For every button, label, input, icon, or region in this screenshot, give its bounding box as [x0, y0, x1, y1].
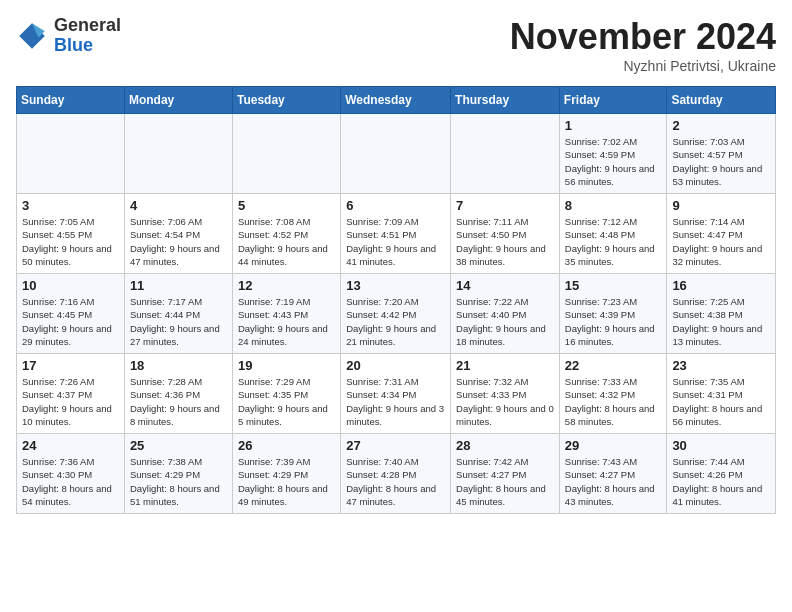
day-number: 27: [346, 438, 445, 453]
day-info: Sunrise: 7:39 AM Sunset: 4:29 PM Dayligh…: [238, 455, 335, 508]
day-info: Sunrise: 7:17 AM Sunset: 4:44 PM Dayligh…: [130, 295, 227, 348]
logo-icon: [16, 20, 48, 52]
calendar-cell: 9Sunrise: 7:14 AM Sunset: 4:47 PM Daylig…: [667, 194, 776, 274]
title-section: November 2024 Nyzhni Petrivtsi, Ukraine: [510, 16, 776, 74]
calendar-cell: [451, 114, 560, 194]
page-header: General Blue November 2024 Nyzhni Petriv…: [16, 16, 776, 74]
week-row-3: 10Sunrise: 7:16 AM Sunset: 4:45 PM Dayli…: [17, 274, 776, 354]
day-number: 28: [456, 438, 554, 453]
calendar-cell: [232, 114, 340, 194]
calendar-cell: 15Sunrise: 7:23 AM Sunset: 4:39 PM Dayli…: [559, 274, 667, 354]
calendar-cell: 28Sunrise: 7:42 AM Sunset: 4:27 PM Dayli…: [451, 434, 560, 514]
day-info: Sunrise: 7:38 AM Sunset: 4:29 PM Dayligh…: [130, 455, 227, 508]
calendar-cell: [124, 114, 232, 194]
day-number: 6: [346, 198, 445, 213]
calendar-cell: 12Sunrise: 7:19 AM Sunset: 4:43 PM Dayli…: [232, 274, 340, 354]
week-row-5: 24Sunrise: 7:36 AM Sunset: 4:30 PM Dayli…: [17, 434, 776, 514]
day-info: Sunrise: 7:29 AM Sunset: 4:35 PM Dayligh…: [238, 375, 335, 428]
day-info: Sunrise: 7:33 AM Sunset: 4:32 PM Dayligh…: [565, 375, 662, 428]
day-number: 10: [22, 278, 119, 293]
day-number: 21: [456, 358, 554, 373]
calendar-cell: 16Sunrise: 7:25 AM Sunset: 4:38 PM Dayli…: [667, 274, 776, 354]
calendar-cell: 7Sunrise: 7:11 AM Sunset: 4:50 PM Daylig…: [451, 194, 560, 274]
day-number: 7: [456, 198, 554, 213]
calendar-cell: 22Sunrise: 7:33 AM Sunset: 4:32 PM Dayli…: [559, 354, 667, 434]
day-info: Sunrise: 7:05 AM Sunset: 4:55 PM Dayligh…: [22, 215, 119, 268]
day-number: 24: [22, 438, 119, 453]
week-row-1: 1Sunrise: 7:02 AM Sunset: 4:59 PM Daylig…: [17, 114, 776, 194]
day-info: Sunrise: 7:42 AM Sunset: 4:27 PM Dayligh…: [456, 455, 554, 508]
day-info: Sunrise: 7:12 AM Sunset: 4:48 PM Dayligh…: [565, 215, 662, 268]
calendar-cell: 4Sunrise: 7:06 AM Sunset: 4:54 PM Daylig…: [124, 194, 232, 274]
weekday-header-wednesday: Wednesday: [341, 87, 451, 114]
day-info: Sunrise: 7:31 AM Sunset: 4:34 PM Dayligh…: [346, 375, 445, 428]
day-info: Sunrise: 7:36 AM Sunset: 4:30 PM Dayligh…: [22, 455, 119, 508]
day-info: Sunrise: 7:22 AM Sunset: 4:40 PM Dayligh…: [456, 295, 554, 348]
day-number: 5: [238, 198, 335, 213]
weekday-header-saturday: Saturday: [667, 87, 776, 114]
logo: General Blue: [16, 16, 121, 56]
calendar-cell: 29Sunrise: 7:43 AM Sunset: 4:27 PM Dayli…: [559, 434, 667, 514]
day-info: Sunrise: 7:35 AM Sunset: 4:31 PM Dayligh…: [672, 375, 770, 428]
day-number: 11: [130, 278, 227, 293]
calendar-cell: 1Sunrise: 7:02 AM Sunset: 4:59 PM Daylig…: [559, 114, 667, 194]
day-number: 18: [130, 358, 227, 373]
logo-text: General Blue: [54, 16, 121, 56]
calendar-cell: 26Sunrise: 7:39 AM Sunset: 4:29 PM Dayli…: [232, 434, 340, 514]
day-number: 14: [456, 278, 554, 293]
calendar-cell: 25Sunrise: 7:38 AM Sunset: 4:29 PM Dayli…: [124, 434, 232, 514]
day-number: 29: [565, 438, 662, 453]
day-number: 8: [565, 198, 662, 213]
weekday-header-tuesday: Tuesday: [232, 87, 340, 114]
day-info: Sunrise: 7:09 AM Sunset: 4:51 PM Dayligh…: [346, 215, 445, 268]
day-info: Sunrise: 7:20 AM Sunset: 4:42 PM Dayligh…: [346, 295, 445, 348]
day-number: 15: [565, 278, 662, 293]
calendar-cell: 2Sunrise: 7:03 AM Sunset: 4:57 PM Daylig…: [667, 114, 776, 194]
svg-marker-0: [19, 23, 45, 49]
day-info: Sunrise: 7:11 AM Sunset: 4:50 PM Dayligh…: [456, 215, 554, 268]
week-row-4: 17Sunrise: 7:26 AM Sunset: 4:37 PM Dayli…: [17, 354, 776, 434]
day-number: 2: [672, 118, 770, 133]
weekday-header-monday: Monday: [124, 87, 232, 114]
day-info: Sunrise: 7:02 AM Sunset: 4:59 PM Dayligh…: [565, 135, 662, 188]
calendar-cell: 23Sunrise: 7:35 AM Sunset: 4:31 PM Dayli…: [667, 354, 776, 434]
day-number: 16: [672, 278, 770, 293]
day-info: Sunrise: 7:06 AM Sunset: 4:54 PM Dayligh…: [130, 215, 227, 268]
day-info: Sunrise: 7:26 AM Sunset: 4:37 PM Dayligh…: [22, 375, 119, 428]
calendar-cell: 14Sunrise: 7:22 AM Sunset: 4:40 PM Dayli…: [451, 274, 560, 354]
calendar-cell: 6Sunrise: 7:09 AM Sunset: 4:51 PM Daylig…: [341, 194, 451, 274]
day-number: 4: [130, 198, 227, 213]
day-info: Sunrise: 7:28 AM Sunset: 4:36 PM Dayligh…: [130, 375, 227, 428]
calendar-cell: 21Sunrise: 7:32 AM Sunset: 4:33 PM Dayli…: [451, 354, 560, 434]
calendar-cell: 24Sunrise: 7:36 AM Sunset: 4:30 PM Dayli…: [17, 434, 125, 514]
calendar-cell: 13Sunrise: 7:20 AM Sunset: 4:42 PM Dayli…: [341, 274, 451, 354]
calendar-cell: 11Sunrise: 7:17 AM Sunset: 4:44 PM Dayli…: [124, 274, 232, 354]
calendar-cell: 3Sunrise: 7:05 AM Sunset: 4:55 PM Daylig…: [17, 194, 125, 274]
calendar-cell: 5Sunrise: 7:08 AM Sunset: 4:52 PM Daylig…: [232, 194, 340, 274]
day-info: Sunrise: 7:23 AM Sunset: 4:39 PM Dayligh…: [565, 295, 662, 348]
calendar-cell: 10Sunrise: 7:16 AM Sunset: 4:45 PM Dayli…: [17, 274, 125, 354]
day-number: 19: [238, 358, 335, 373]
day-number: 13: [346, 278, 445, 293]
day-info: Sunrise: 7:16 AM Sunset: 4:45 PM Dayligh…: [22, 295, 119, 348]
day-number: 23: [672, 358, 770, 373]
day-info: Sunrise: 7:14 AM Sunset: 4:47 PM Dayligh…: [672, 215, 770, 268]
calendar-cell: 20Sunrise: 7:31 AM Sunset: 4:34 PM Dayli…: [341, 354, 451, 434]
calendar-cell: 17Sunrise: 7:26 AM Sunset: 4:37 PM Dayli…: [17, 354, 125, 434]
day-number: 30: [672, 438, 770, 453]
calendar-cell: [341, 114, 451, 194]
day-info: Sunrise: 7:44 AM Sunset: 4:26 PM Dayligh…: [672, 455, 770, 508]
weekday-header-sunday: Sunday: [17, 87, 125, 114]
calendar-cell: 18Sunrise: 7:28 AM Sunset: 4:36 PM Dayli…: [124, 354, 232, 434]
day-number: 1: [565, 118, 662, 133]
calendar-cell: 19Sunrise: 7:29 AM Sunset: 4:35 PM Dayli…: [232, 354, 340, 434]
weekday-header-row: SundayMondayTuesdayWednesdayThursdayFrid…: [17, 87, 776, 114]
calendar-cell: 30Sunrise: 7:44 AM Sunset: 4:26 PM Dayli…: [667, 434, 776, 514]
day-info: Sunrise: 7:40 AM Sunset: 4:28 PM Dayligh…: [346, 455, 445, 508]
day-number: 22: [565, 358, 662, 373]
location: Nyzhni Petrivtsi, Ukraine: [510, 58, 776, 74]
day-info: Sunrise: 7:03 AM Sunset: 4:57 PM Dayligh…: [672, 135, 770, 188]
weekday-header-friday: Friday: [559, 87, 667, 114]
day-info: Sunrise: 7:25 AM Sunset: 4:38 PM Dayligh…: [672, 295, 770, 348]
month-title: November 2024: [510, 16, 776, 58]
